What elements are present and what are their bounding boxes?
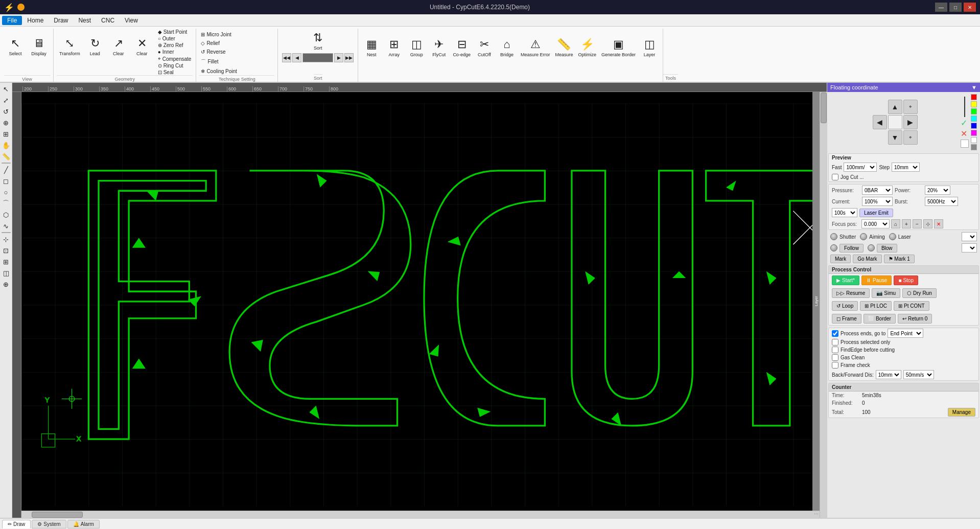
outer-button[interactable]: ○Outer [156,35,193,42]
mark1-button[interactable]: ⚑ Mark 1 [884,255,915,263]
loop-button[interactable]: ↺ Loop [832,301,858,311]
color-white[interactable] [971,137,977,143]
focus-home-button[interactable]: ⌂ [891,219,900,228]
sort-button[interactable]: ⇅ Sort [305,30,331,52]
blow-button[interactable]: Blow [877,244,897,252]
lead-button[interactable]: ↗ Clear [107,29,130,64]
square-icon[interactable] [961,140,969,148]
drawing-canvas-area[interactable]: Y X ⋯ [21,92,827,518]
preview-speed-select[interactable]: 100mm/ [844,163,877,172]
mark-button[interactable]: Mark [830,255,851,263]
menu-home[interactable]: Home [22,16,49,25]
start-point-button[interactable]: ◆Start Point [156,29,193,35]
process-selected-checkbox[interactable] [832,339,838,346]
coedge-button[interactable]: ⊟ Co-edge [450,30,473,65]
border-button[interactable]: ⬜ Border [864,314,896,324]
burst-select[interactable]: 5000Hz [925,197,958,206]
menu-nest[interactable]: Nest [73,16,96,25]
transform-button[interactable]: ↻ Lead [84,29,106,64]
preview-step-select[interactable]: 10mm [892,163,920,172]
pressure-select[interactable]: 0BAR [862,186,893,195]
pause-button[interactable]: ⏸ Pause [861,275,892,285]
scale-button[interactable]: ⤡ Transform [57,29,83,64]
relief-button[interactable]: ◇Relief [199,40,221,47]
back-forward-v1-select[interactable]: 10mm [876,370,901,379]
color-blue[interactable] [971,123,977,129]
tool-draw-circle[interactable]: ○ [1,187,11,197]
reverse-button[interactable]: ↺Reverse [199,49,227,55]
go-mark-button[interactable]: Go Mark [853,255,881,263]
tool-transform2[interactable]: ↺ [1,106,11,117]
flycut-button[interactable]: ✈ FlyCut [428,30,450,65]
cancel-icon[interactable]: ✕ [961,129,969,139]
optimize-button[interactable]: ⚡ Optimize [575,30,599,65]
power-select[interactable]: 20% [925,186,950,195]
tab-draw[interactable]: ✏ Draw [2,520,31,528]
emit-time-select[interactable]: 100s [832,208,857,217]
process-ends-select[interactable]: End Point [888,329,923,338]
cutoff-button[interactable]: ✂ CutOff [473,30,496,65]
menu-view[interactable]: View [120,16,143,25]
tool-draw-spline[interactable]: ∿ [1,221,11,231]
nav-home-right2-button[interactable]: ⌖ [903,130,918,145]
laser-mode-select[interactable] [962,232,977,241]
tool-draw-poly[interactable]: ⬡ [1,210,11,220]
simu-button[interactable]: 📷 Simu [872,288,900,298]
color-green[interactable] [971,108,977,114]
nav-right-button[interactable]: ▶ [903,115,918,129]
tool-layer2[interactable]: ◫ [1,268,11,278]
micro-joint-button[interactable]: ⊞Micro Joint [199,31,232,38]
follow-button[interactable]: Follow [839,244,864,252]
resume-button[interactable]: ▷▷ Resume [832,288,870,298]
menu-file[interactable]: File [2,16,22,25]
manage-button[interactable]: Manage [948,408,975,417]
close-button[interactable]: ✕ [964,3,976,12]
sort-strip-btn-4[interactable]: ▶▶ [344,53,354,62]
layer-button[interactable]: ◫ Layer [638,30,661,65]
tool-zoom-win[interactable]: ⊞ [1,129,11,139]
focus-target-button[interactable]: ⊹ [923,219,932,228]
compensate-button[interactable]: ⌖Compensate [156,55,193,62]
generate-border-button[interactable]: ▣ Generate Border [599,30,638,65]
tool-draw-arc[interactable]: ⌒ [1,198,11,209]
color-gray[interactable] [971,144,977,150]
tool-ortho[interactable]: ⊞ [1,257,11,267]
color-yellow[interactable] [971,101,977,107]
maximize-button[interactable]: □ [949,3,962,12]
pt-cont-button[interactable]: ⊞ Pt CONT [894,301,929,311]
focus-pos-select[interactable]: 0.000 [861,219,890,228]
sort-strip-btn-3[interactable]: ▶ [334,53,343,62]
cooling-point-button[interactable]: ❄Cooling Point [199,68,238,75]
tool-node[interactable]: ⤢ [1,95,11,105]
nav-down-button[interactable]: ▼ [888,130,902,145]
sort-strip-btn-1[interactable]: ◀◀ [282,53,291,62]
tool-measure-l[interactable]: 📏 [1,151,11,162]
gas-clean-checkbox[interactable] [832,354,838,361]
minimize-button[interactable]: — [935,3,947,12]
focus-minus-button[interactable]: − [913,219,922,228]
tool-grid[interactable]: ⊡ [1,245,11,256]
tool-draw-line[interactable]: ╱ [1,165,11,175]
tool-draw-rect[interactable]: ◻ [1,176,11,186]
bridge-button[interactable]: ⌂ Bridge [496,30,518,65]
tool-select[interactable]: ↖ [1,84,11,94]
focus-plus-button[interactable]: + [902,219,911,228]
nest-button[interactable]: ▦ Nest [360,30,383,65]
ring-cut-button[interactable]: ⊙Ring Cut [156,62,193,69]
tab-system[interactable]: ⚙ System [32,520,66,528]
clear-button[interactable]: ✕ Clear [131,29,153,64]
return0-button[interactable]: ↩ Return 0 [898,314,932,324]
stop-button[interactable]: ■ Stop [894,275,918,285]
drawing-canvas[interactable]: Y X [21,92,827,518]
frame-check-checkbox[interactable] [832,362,838,369]
zero-ref-button[interactable]: ⊕Zero Ref [156,42,193,49]
hscrollbar[interactable]: ⋯ [21,511,820,518]
menu-cnc[interactable]: CNC [96,16,120,25]
measure-error-button[interactable]: ⚠ Measure Error [518,30,553,65]
findedge-checkbox[interactable] [832,347,838,353]
menu-draw[interactable]: Draw [49,16,73,25]
tab-alarm[interactable]: 🔔 Alarm [67,520,100,528]
process-ends-checkbox[interactable] [832,330,838,337]
dry-run-button[interactable]: ⬡ Dry Run [902,288,937,298]
tool-zoom-all[interactable]: ⊕ [1,118,11,128]
